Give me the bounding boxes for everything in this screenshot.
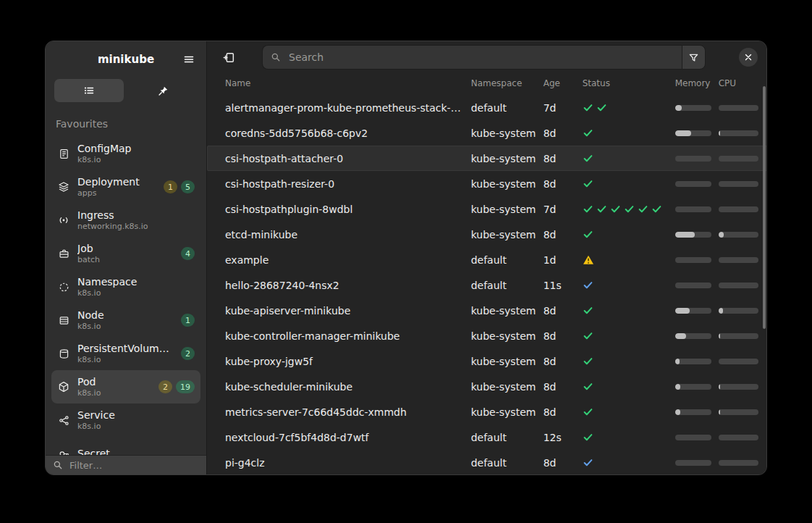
sidebar-item-text: Namespace k8s.io <box>77 276 187 298</box>
pod-memory <box>675 206 719 212</box>
pod-name: pi-g4clz <box>225 457 471 469</box>
sidebar-item-label: ConfigMap <box>77 143 187 155</box>
search-input[interactable] <box>287 51 674 64</box>
table-row[interactable]: etcd-minikube kube-system 8d <box>207 222 767 247</box>
sidebar-item-deployment[interactable]: Deployment apps 15 <box>51 170 200 204</box>
cpu-bar <box>719 130 758 136</box>
pod-status <box>583 178 675 189</box>
favourites-label: Favourites <box>46 109 206 133</box>
column-header-namespace[interactable]: Namespace <box>471 78 544 88</box>
pod-name: kube-proxy-jgw5f <box>225 356 471 367</box>
sidebar-item-text: Job batch <box>77 243 174 265</box>
pod-cpu <box>719 409 767 415</box>
pod-memory <box>675 460 719 466</box>
table-row[interactable]: kube-proxy-jgw5f kube-system 8d <box>207 348 767 374</box>
table-row[interactable]: kube-controller-manager-minikube kube-sy… <box>207 323 767 348</box>
table-row[interactable]: alertmanager-prom-kube-prometheus-stack-… <box>207 95 767 120</box>
memory-bar <box>675 130 711 136</box>
badge-group: 4 <box>181 247 195 260</box>
table-row[interactable]: metrics-server-7c66d45ddc-xmmdh kube-sys… <box>207 399 767 424</box>
pod-age: 8d <box>544 381 583 393</box>
check-icon <box>638 204 649 214</box>
column-header-name[interactable]: Name <box>225 78 471 88</box>
cpu-bar <box>719 308 758 314</box>
column-header-memory[interactable]: Memory <box>675 78 719 88</box>
node-icon <box>57 315 70 326</box>
cpu-bar <box>719 156 758 162</box>
check-icon <box>583 153 594 164</box>
namespace-icon <box>57 282 70 293</box>
new-window-button[interactable] <box>219 47 239 67</box>
column-header-age[interactable]: Age <box>544 78 583 88</box>
sidebar-item-pod[interactable]: Pod k8s.io 219 <box>51 370 200 403</box>
sidebar-item-label: Ingress <box>77 209 187 222</box>
sidebar-item-job[interactable]: Job batch 4 <box>51 237 200 270</box>
pod-cpu <box>719 359 767 364</box>
table-row[interactable]: pi-g4clz default 8d <box>207 450 767 475</box>
table-row[interactable]: coredns-5dd5756b68-c6pv2 kube-system 8d <box>207 120 767 146</box>
menu-button[interactable] <box>180 51 198 68</box>
pod-namespace: kube-system <box>471 204 544 215</box>
sidebar-item-sublabel: networking.k8s.io <box>77 222 187 232</box>
table-row[interactable]: kube-scheduler-minikube kube-system 8d <box>207 374 767 399</box>
pod-namespace: kube-system <box>471 127 544 139</box>
table-row[interactable]: example default 1d <box>207 247 767 272</box>
badge-group: 1 <box>181 314 195 327</box>
close-button[interactable] <box>739 48 758 67</box>
check-icon <box>583 432 594 443</box>
pod-status <box>583 280 675 290</box>
search-entry[interactable] <box>262 45 682 70</box>
service-icon <box>57 415 70 426</box>
sidebar-item-label: Node <box>77 309 174 322</box>
sidebar-item-ingress[interactable]: Ingress networking.k8s.io <box>51 204 200 237</box>
sidebar-item-text: Ingress networking.k8s.io <box>77 209 187 232</box>
count-badge: 4 <box>181 247 195 260</box>
column-header-status[interactable]: Status <box>583 78 675 88</box>
filter-input[interactable] <box>68 459 199 472</box>
sidebar-item-label: Namespace <box>77 276 187 288</box>
pin-view-button[interactable] <box>128 79 198 102</box>
memory-bar <box>675 384 711 390</box>
sidebar-item-label: PersistentVolumeCl… <box>77 343 174 355</box>
close-icon <box>743 52 753 62</box>
persistentvolumeclaim-icon <box>57 348 70 359</box>
sidebar-item-configmap[interactable]: ConfigMap k8s.io <box>51 137 200 170</box>
sidebar-item-text: Deployment apps <box>77 176 156 198</box>
sidebar-item-label: Service <box>77 409 187 422</box>
table-body: alertmanager-prom-kube-prometheus-stack-… <box>207 95 767 475</box>
pod-memory <box>675 105 719 111</box>
table-row[interactable]: kube-apiserver-minikube kube-system 8d <box>207 298 767 323</box>
table-row[interactable]: csi-hostpath-attacher-0 kube-system 8d <box>207 146 767 171</box>
list-view-icon <box>83 85 95 96</box>
filter-button[interactable] <box>682 45 706 70</box>
table-row[interactable]: nextcloud-7cf5bf4d8d-d7wtf default 12s <box>207 424 767 450</box>
table-row[interactable]: csi-hostpath-resizer-0 kube-system 8d <box>207 171 767 196</box>
pod-age: 8d <box>544 229 583 240</box>
table-row[interactable]: csi-hostpathplugin-8wdbl kube-system 7d <box>207 196 767 222</box>
list-view-button[interactable] <box>54 79 124 102</box>
badge-group: 15 <box>164 180 195 193</box>
memory-bar <box>675 156 711 162</box>
pod-name: kube-scheduler-minikube <box>225 381 471 393</box>
pod-cpu <box>719 232 767 238</box>
menu-icon <box>183 54 195 65</box>
pod-memory <box>675 283 719 288</box>
pod-status <box>583 330 675 341</box>
pod-memory <box>675 130 719 136</box>
pod-cpu <box>719 257 767 263</box>
column-header-cpu[interactable]: CPU <box>719 78 767 88</box>
sidebar-item-node[interactable]: Node k8s.io 1 <box>51 304 200 337</box>
sidebar-item-service[interactable]: Service k8s.io <box>51 403 200 437</box>
table-row[interactable]: hello-28687240-4nsx2 default 11s <box>207 272 767 298</box>
pod-status <box>583 381 675 392</box>
check-icon <box>596 204 608 214</box>
scrollbar[interactable] <box>763 86 766 329</box>
sidebar-item-namespace[interactable]: Namespace k8s.io <box>51 270 200 304</box>
sidebar-item-persistentvolumecl[interactable]: PersistentVolumeCl… k8s.io 2 <box>51 337 200 370</box>
pod-cpu <box>719 384 767 390</box>
pod-name: coredns-5dd5756b68-c6pv2 <box>225 127 471 139</box>
check-icon <box>624 204 635 214</box>
warning-icon <box>583 254 594 266</box>
pod-memory <box>675 409 719 415</box>
sidebar-item-sublabel: batch <box>77 255 174 265</box>
